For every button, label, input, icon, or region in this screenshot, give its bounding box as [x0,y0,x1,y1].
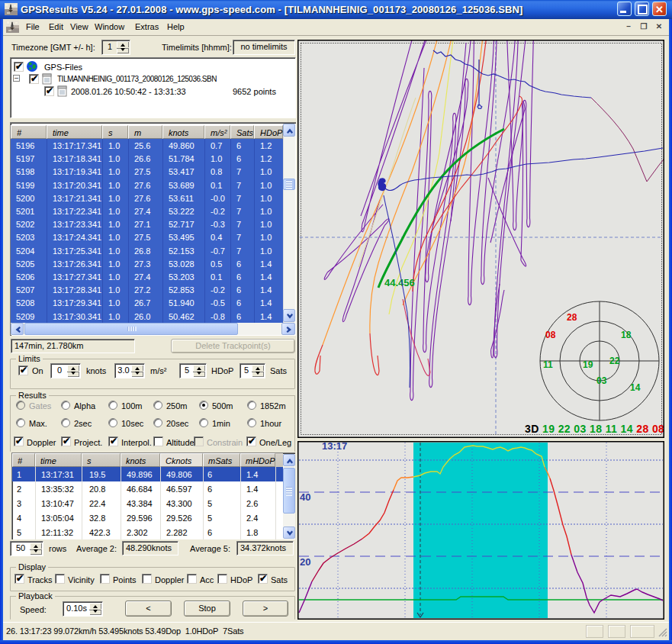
svg-text:13:17: 13:17 [322,441,347,452]
svg-text:22: 22 [609,356,620,366]
svg-text:03: 03 [596,375,607,386]
svg-text:20: 20 [300,556,310,568]
svg-text:11: 11 [543,359,553,370]
svg-text:28: 28 [567,312,577,323]
svg-text:14: 14 [630,382,641,393]
svg-text:40: 40 [300,491,310,503]
svg-text:18: 18 [621,330,632,340]
svg-text:3D 19 22 03 18 11 14 28 08: 3D 19 22 03 18 11 14 28 08 [525,423,664,435]
svg-text:19: 19 [583,359,593,370]
svg-text:44.456: 44.456 [384,277,415,288]
svg-text:08: 08 [545,330,556,340]
